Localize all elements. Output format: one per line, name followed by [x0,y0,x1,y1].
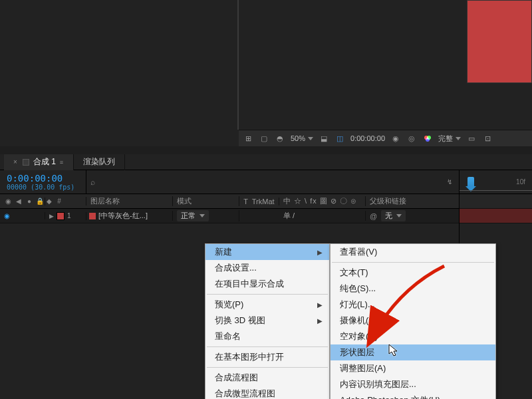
menu-item[interactable]: 合成流程图 [205,370,329,386]
menu-item[interactable]: 纯色(S)... [331,281,495,297]
menu-item[interactable]: 重命名 [205,329,329,344]
display-icon[interactable]: ▢ [259,134,269,143]
comp-icon [23,159,29,166]
show-snapshot-icon[interactable]: ◎ [406,134,417,143]
tab-render-queue[interactable]: 渲染队列 [74,154,125,170]
search-icon[interactable]: ⌕ [90,178,95,187]
layer-av: ◉ [0,212,45,219]
fast-preview-icon[interactable]: ⊡ [482,134,493,143]
menu-item[interactable]: 调整图层(A) [331,360,495,376]
layer-index: 1 [67,212,71,219]
submenu-arrow-icon: ▶ [317,317,323,325]
timecode-block[interactable]: 0:00:00:00 00000 (30.00 fps) [0,170,86,194]
menu-item[interactable]: 空对象(N) [331,329,495,344]
label-index-header: ◆ # [45,197,86,205]
timeline-header: 0:00:00:00 00000 (30.00 fps) ⌕ ↯ ✦ ⊘ ▥ ◐… [0,170,532,194]
frame-fps: 00000 (30.00 fps) [7,184,79,191]
context-menu-composition[interactable]: 新建▶合成设置...在项目中显示合成预览(P)▶切换 3D 视图▶重命名在基本图… [205,243,330,399]
menu-item[interactable]: 灯光(L)... [331,297,495,313]
layer-name-cell[interactable]: [中等灰色-红...] [86,211,173,221]
layer-duration-bar[interactable] [460,209,532,223]
trkmat-header[interactable]: T TrkMat [239,198,279,205]
menu-item[interactable]: 新建▶ [205,244,329,260]
menu-item[interactable]: 切换 3D 视图▶ [205,313,329,329]
tab-composition[interactable]: × 合成 1 ≡ [4,154,74,170]
viewer-divider [237,0,239,130]
view-layout-icon[interactable]: ▭ [466,134,477,143]
menu-item[interactable]: 文本(T) [331,265,495,281]
av-features-header: ◉ ◀ ● 🔒 [0,198,45,205]
pickwhip-icon[interactable]: @ [370,212,377,220]
menu-separator [332,262,494,263]
viewer-red-solid[interactable] [467,0,532,83]
menu-item[interactable]: 合成微型流程图 [205,386,329,399]
layer-row[interactable]: ◉ ▶ 1 [中等灰色-红...] 正常 单 / @ 无 [0,209,532,223]
ruler-tick-label: 10f [516,178,525,186]
mode-header[interactable]: 模式 [173,196,239,206]
layer-switches-cell: 单 / [279,211,366,221]
menu-item[interactable]: 摄像机(C)... [331,313,495,329]
layer-color-swatch[interactable] [57,212,65,220]
menu-separator [207,346,328,347]
close-icon[interactable]: × [13,158,17,166]
layer-label-index: ▶ 1 [45,212,86,220]
blend-mode-dropdown[interactable]: 正常 [177,210,209,221]
mask-icon[interactable]: ◓ [275,134,285,143]
ruler-column-head [460,194,532,209]
layer-name-header[interactable]: 图层名称 [86,196,173,206]
lock-icon: 🔒 [36,198,44,205]
visibility-toggle[interactable]: ◉ [4,212,10,219]
eye-icon: ◉ [4,198,12,205]
cti-playhead[interactable] [467,177,474,186]
switches-text: 单 / [283,211,295,221]
menu-item[interactable]: 合成设置... [205,260,329,276]
chevron-down-icon [456,137,461,140]
solo-icon: ● [25,198,33,205]
menu-item[interactable]: Adobe Photoshop 文件(H)... [331,392,495,399]
tab-label: 合成 1 [33,156,56,168]
menu-item[interactable]: 预览(P)▶ [205,297,329,313]
zoom-value: 50% [291,134,305,142]
menu-item[interactable]: 形状图层 [331,344,495,360]
chevron-down-icon [396,214,402,217]
parent-dropdown[interactable]: 无 [381,210,406,221]
composition-mini-flowchart-icon[interactable]: ↯ [446,178,454,186]
layer-name-text: [中等灰色-红...] [98,211,148,221]
context-menu-new-submenu[interactable]: 查看器(V)文本(T)纯色(S)...灯光(L)...摄像机(C)...空对象(… [330,243,496,399]
menu-separator [207,367,328,368]
label-icon: ◆ [45,198,53,205]
parent-value: 无 [385,211,392,221]
panel-tabs: × 合成 1 ≡ 渲染队列 [0,154,532,170]
current-time[interactable]: 0:00:00:00 [7,173,79,184]
svg-point-2 [426,138,430,142]
menu-item[interactable]: 在基本图形中打开 [205,349,329,365]
speaker-icon: ◀ [15,198,23,205]
submenu-arrow-icon: ▶ [317,249,323,256]
channel-icon[interactable] [422,134,433,143]
grid-icon[interactable]: ⊞ [243,134,253,143]
layer-mode-cell: 正常 [173,210,239,221]
solid-icon [89,213,96,219]
tab-menu-icon[interactable]: ≡ [60,159,64,166]
menu-item[interactable]: 内容识别填充图层... [331,376,495,392]
timeline-search-bar: ⌕ [86,170,446,194]
composition-viewer [0,0,532,146]
quality-value: 完整 [438,134,453,144]
zoom-dropdown[interactable]: 50% [291,134,313,142]
switches-header[interactable]: 中 ☆ \ fx 圖 ⊘ 〇 ⊙ [279,196,366,206]
quality-dropdown[interactable]: 完整 [438,134,461,144]
menu-item[interactable]: 在项目中显示合成 [205,276,329,292]
snapshot-icon[interactable]: ◉ [390,134,401,143]
time-ruler[interactable]: 10f [460,170,532,194]
chevron-down-icon [200,214,205,217]
ruler-ticks [460,190,532,194]
expand-caret[interactable]: ▶ [49,213,54,219]
viewer-timecode[interactable]: 0:00:00:00 [350,134,385,142]
roi-icon[interactable]: ◫ [334,134,345,143]
chevron-down-icon [308,137,313,140]
viewer-toolbar: ⊞ ▢ ◓ 50% ⬓ ◫ 0:00:00:00 ◉ ◎ 完整 ▭ ⊡ [239,130,532,146]
mode-value: 正常 [181,211,196,221]
resolution-icon[interactable]: ⬓ [319,134,329,143]
submenu-arrow-icon: ▶ [317,301,323,309]
menu-item[interactable]: 查看器(V) [331,244,495,260]
